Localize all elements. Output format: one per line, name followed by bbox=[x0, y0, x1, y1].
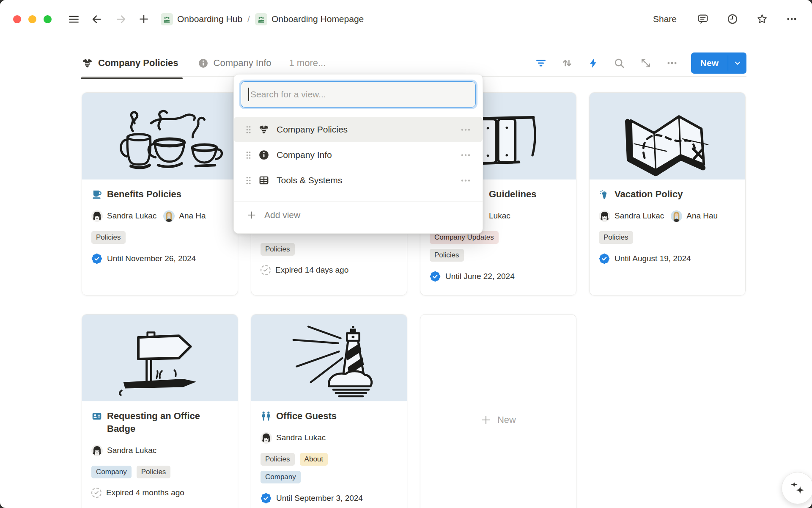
card-people: Sandra Lukac bbox=[91, 444, 238, 456]
tag: Policies bbox=[261, 453, 295, 466]
person-name: Ana Hau bbox=[686, 211, 718, 221]
view-item-more-icon[interactable] bbox=[461, 128, 471, 132]
zoom-window-button[interactable] bbox=[44, 15, 52, 23]
view-item-more-icon[interactable] bbox=[461, 179, 471, 182]
view-item-more-icon[interactable] bbox=[461, 153, 471, 157]
more-views-button[interactable]: 1 more... bbox=[289, 58, 326, 69]
drag-handle-icon[interactable] bbox=[246, 151, 251, 160]
view-toolbar: Company Policies Company Info 1 more... bbox=[82, 50, 746, 76]
history-clock-icon[interactable] bbox=[725, 11, 740, 27]
filter-icon[interactable] bbox=[534, 56, 548, 70]
tag: Company bbox=[91, 466, 132, 478]
sort-icon[interactable] bbox=[560, 56, 574, 70]
favorite-star-icon[interactable] bbox=[754, 11, 770, 27]
view-controls: New bbox=[522, 52, 746, 74]
breadcrumb: Onboarding Hub / Onboarding Homepage bbox=[158, 12, 366, 27]
card-body: Requesting an Office Badge Sandra Lukac … bbox=[82, 401, 238, 506]
new-page-icon[interactable] bbox=[136, 11, 151, 27]
person-name: Sandra Lukac bbox=[107, 446, 156, 455]
sparkles-icon bbox=[789, 480, 806, 497]
status-text: Until September 3, 2024 bbox=[276, 494, 363, 503]
card-status: Until June 22, 2024 bbox=[430, 271, 567, 282]
tag: Company bbox=[261, 471, 301, 483]
search-icon[interactable] bbox=[612, 56, 627, 70]
card-body: Benefits Policies Sandra Lukac Ana Ha Po… bbox=[82, 179, 238, 273]
person-name: Lukac bbox=[489, 211, 510, 221]
card-title: Benefits Policies bbox=[91, 188, 228, 201]
gallery-card-office-guests[interactable]: Office Guests Sandra Lukac Policies Abou… bbox=[251, 314, 407, 508]
card-title: Requesting an Office Badge bbox=[91, 410, 228, 435]
close-window-button[interactable] bbox=[13, 15, 21, 23]
view-search bbox=[241, 81, 476, 108]
card-people: Sandra Lukac Ana Hau bbox=[599, 210, 745, 222]
tag: Policies bbox=[261, 243, 295, 256]
card-body: Vacation Policy Sandra Lukac Ana Hau Pol… bbox=[590, 179, 745, 273]
gallery-card-benefits-policies[interactable]: Benefits Policies Sandra Lukac Ana Ha Po… bbox=[82, 92, 238, 295]
view-more-options-icon[interactable] bbox=[665, 56, 679, 70]
expand-diagonal-icon[interactable] bbox=[639, 56, 653, 70]
breadcrumb-onboarding-homepage[interactable]: Onboarding Homepage bbox=[252, 12, 366, 27]
minimize-window-button[interactable] bbox=[28, 15, 36, 23]
drag-handle-icon[interactable] bbox=[246, 176, 251, 185]
ai-sparkle-button[interactable] bbox=[782, 472, 812, 504]
person-name: Ana Ha bbox=[179, 211, 206, 221]
tag: Policies bbox=[137, 466, 171, 478]
coffee-cup-icon bbox=[91, 189, 102, 200]
view-item-label: Company Policies bbox=[277, 124, 453, 135]
new-card-label: New bbox=[497, 414, 516, 425]
tab-company-policies[interactable]: Company Policies bbox=[82, 58, 178, 69]
view-switcher-menu: Company Policies Company Info bbox=[233, 74, 483, 234]
comments-icon[interactable] bbox=[695, 11, 710, 27]
new-gallery-card-button[interactable]: New bbox=[420, 314, 576, 508]
add-view-button[interactable]: Add view bbox=[234, 202, 483, 228]
card-title: Office Guests bbox=[261, 410, 398, 422]
status-text: Until June 22, 2024 bbox=[445, 272, 515, 281]
breadcrumb-root-label: Onboarding Hub bbox=[177, 14, 242, 24]
breadcrumb-current-label: Onboarding Homepage bbox=[272, 14, 364, 24]
card-status: Until November 26, 2024 bbox=[91, 253, 228, 264]
team-meeting-icon bbox=[255, 13, 267, 25]
person-name: Sandra Lukac bbox=[107, 211, 156, 221]
tag: Policies bbox=[599, 231, 633, 244]
more-options-icon[interactable] bbox=[784, 11, 799, 27]
avatar bbox=[91, 445, 103, 456]
chevron-down-icon[interactable] bbox=[728, 52, 746, 74]
person-name: Sandra Lukac bbox=[276, 433, 326, 442]
drag-handle-icon[interactable] bbox=[246, 125, 251, 134]
view-item-company-info[interactable]: Company Info bbox=[234, 142, 483, 168]
view-item-label: Company Info bbox=[277, 150, 453, 160]
gallery-card-office-badge[interactable]: Requesting an Office Badge Sandra Lukac … bbox=[82, 314, 238, 508]
automation-bolt-icon[interactable] bbox=[586, 56, 601, 70]
card-status: Until September 3, 2024 bbox=[261, 493, 398, 504]
sidebar-menu-icon[interactable] bbox=[66, 11, 81, 27]
view-item-tools-systems[interactable]: Tools & Systems bbox=[234, 168, 483, 193]
search-view-input[interactable] bbox=[241, 81, 476, 108]
back-icon[interactable] bbox=[89, 11, 104, 27]
two-people-icon bbox=[261, 411, 272, 422]
avatar bbox=[163, 210, 175, 222]
add-view-label: Add view bbox=[264, 210, 300, 220]
view-item-label: Tools & Systems bbox=[277, 175, 453, 185]
verified-badge-icon bbox=[261, 493, 272, 504]
view-list: Company Policies Company Info bbox=[234, 117, 483, 193]
gallery-card-vacation-policy[interactable]: Vacation Policy Sandra Lukac Ana Hau Pol… bbox=[589, 92, 746, 295]
card-status: Until August 19, 2024 bbox=[599, 253, 736, 264]
tab-company-info[interactable]: Company Info bbox=[198, 58, 272, 69]
avatar bbox=[261, 432, 272, 444]
forward-icon[interactable] bbox=[113, 11, 129, 27]
map-illustration bbox=[590, 93, 745, 179]
expired-check-icon bbox=[91, 488, 102, 498]
new-button[interactable]: New bbox=[691, 52, 746, 74]
view-item-company-policies[interactable]: Company Policies bbox=[234, 117, 483, 142]
plus-icon bbox=[247, 210, 257, 220]
status-text: Until August 19, 2024 bbox=[614, 254, 691, 263]
share-button[interactable]: Share bbox=[649, 12, 681, 26]
id-badge-icon bbox=[91, 411, 102, 422]
bee-icon bbox=[82, 58, 93, 69]
person-name: Sandra Lukac bbox=[614, 211, 664, 221]
titlebar: Onboarding Hub / Onboarding Homepage Sha… bbox=[0, 0, 812, 38]
breadcrumb-onboarding-hub[interactable]: Onboarding Hub bbox=[158, 12, 245, 27]
tag: Policies bbox=[91, 231, 126, 244]
notion-window: Onboarding Hub / Onboarding Homepage Sha… bbox=[0, 0, 812, 508]
info-icon bbox=[258, 149, 269, 160]
